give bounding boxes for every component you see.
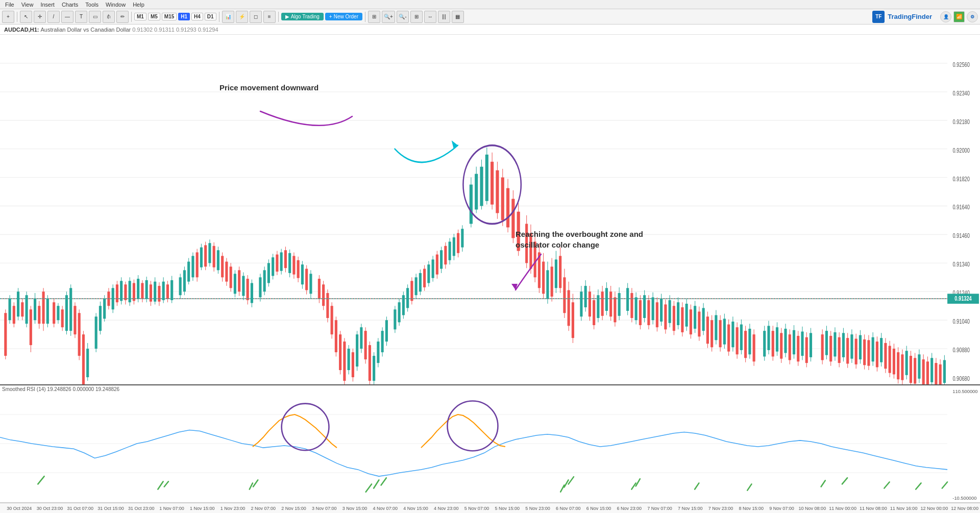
tf-h4[interactable]: H4 — [191, 13, 203, 20]
tf-m1[interactable]: M1 — [134, 13, 146, 20]
menu-tools[interactable]: Tools — [82, 0, 102, 9]
autoscroll-btn[interactable]: ↔ — [424, 11, 436, 23]
time-label-5: 1 Nov 07:00 — [157, 506, 187, 511]
svg-rect-0 — [0, 35, 980, 384]
new-chart-btn[interactable]: + — [2, 11, 14, 23]
rect-btn[interactable]: ▭ — [89, 11, 101, 23]
cursor-btn[interactable]: ↖ — [20, 11, 32, 23]
svg-text:0.92340: 0.92340 — [952, 89, 970, 96]
menu-view[interactable]: View — [18, 0, 37, 9]
time-label-18: 6 Nov 07:00 — [553, 506, 584, 511]
templates-btn[interactable]: ≡ — [263, 11, 276, 23]
osc-label: Smoothed RSI (14) 19.248826 0.000000 19.… — [2, 386, 119, 392]
menu-charts[interactable]: Charts — [59, 0, 81, 9]
new-order-btn[interactable]: + New Order — [325, 13, 362, 20]
algo-icon: ▶ — [285, 14, 289, 19]
order-icon: + — [329, 14, 332, 19]
menu-insert[interactable]: Insert — [37, 0, 58, 9]
text-btn[interactable]: T — [75, 11, 87, 23]
time-label-26: 10 Nov 08:00 — [797, 506, 828, 511]
time-label-12: 4 Nov 07:00 — [370, 506, 401, 511]
hline-btn[interactable]: — — [61, 11, 74, 23]
zoom-fit-btn[interactable]: ⊞ — [368, 11, 380, 23]
grid-btn[interactable]: ⊞ — [410, 11, 423, 23]
osc-label-text: Smoothed RSI (14) 19.248826 0.000000 19.… — [2, 386, 119, 392]
time-label-31: 12 Nov 08:00 — [949, 506, 980, 511]
chart-type-btn[interactable]: 📊 — [222, 11, 234, 23]
svg-text:0.92000: 0.92000 — [952, 146, 970, 154]
logo-text: TradingFinder — [888, 13, 932, 20]
svg-text:0.91460: 0.91460 — [952, 232, 970, 239]
volume-btn[interactable]: ▦ — [452, 11, 464, 23]
time-label-4: 31 Oct 23:00 — [126, 506, 157, 511]
tradingfinder-logo: TF TradingFinder 👤 📶 ⚙ — [872, 11, 978, 23]
tf-h1[interactable]: H1 — [178, 13, 190, 20]
tf-m15[interactable]: M15 — [162, 13, 177, 20]
time-label-9: 2 Nov 15:00 — [279, 506, 309, 511]
menu-window[interactable]: Window — [103, 0, 129, 9]
time-label-21: 7 Nov 07:00 — [645, 506, 675, 511]
sep1 — [17, 12, 17, 22]
crosshair-btn[interactable]: ✛ — [34, 11, 46, 23]
chart-header: AUDCAD,H1: Australian Dollar vs Canadian… — [0, 25, 980, 35]
svg-text:110.500000: 110.500000 — [952, 389, 977, 394]
draw-btn[interactable]: ✏ — [116, 11, 129, 23]
time-label-3: 31 Oct 15:00 — [95, 506, 126, 511]
time-label-6: 1 Nov 15:00 — [187, 506, 218, 511]
svg-text:0.91340: 0.91340 — [952, 261, 970, 268]
chart-description: Australian Dollar vs Canadian Dollar — [41, 27, 131, 33]
svg-text:0.91820: 0.91820 — [952, 175, 970, 182]
chart-ohlc: 0.91302 0.91311 0.91293 0.91294 — [132, 27, 218, 33]
time-label-30: 12 Nov 00:00 — [919, 506, 950, 511]
time-label-0: 30 Oct 2024 — [4, 506, 35, 511]
tf-d1[interactable]: D1 — [205, 13, 216, 20]
order-label: New Order — [334, 14, 358, 19]
objects-btn[interactable]: ◻ — [250, 11, 262, 23]
signal-btn[interactable]: 📶 — [953, 11, 965, 22]
period-sep-btn[interactable]: ||| — [438, 11, 450, 23]
svg-text:0.91324: 0.91324 — [954, 295, 972, 302]
oscillator-chart[interactable]: Smoothed RSI (14) 19.248826 0.000000 19.… — [0, 385, 980, 503]
time-label-19: 6 Nov 15:00 — [583, 506, 614, 511]
zoom-out-btn[interactable]: 🔍- — [397, 11, 409, 23]
sep2 — [131, 12, 132, 22]
time-label-10: 3 Nov 07:00 — [309, 506, 340, 511]
time-label-27: 11 Nov 00:00 — [827, 506, 858, 511]
tf-m5[interactable]: M5 — [148, 13, 160, 20]
time-label-14: 4 Nov 23:00 — [431, 506, 462, 511]
indicators-btn[interactable]: ⚡ — [236, 11, 248, 23]
main-chart-svg: 0.92560 0.92340 0.92180 0.92000 0.91820 … — [0, 35, 980, 384]
time-label-17: 5 Nov 23:00 — [523, 506, 553, 511]
time-label-7: 1 Nov 23:00 — [217, 506, 248, 511]
chart-symbol: AUDCAD,H1: — [4, 27, 39, 33]
zoom-in-btn[interactable]: 🔍+ — [382, 11, 395, 23]
main-chart[interactable]: 0.92560 0.92340 0.92180 0.92000 0.91820 … — [0, 35, 980, 385]
toolbar: + ↖ ✛ / — T ▭ ⫛ ✏ M1 M5 M15 H1 H4 D1 📊 ⚡… — [0, 9, 980, 25]
menu-bar: File View Insert Charts Tools Window Hel… — [0, 0, 980, 9]
time-label-8: 2 Nov 07:00 — [248, 506, 279, 511]
time-label-25: 9 Nov 07:00 — [767, 506, 797, 511]
time-label-11: 3 Nov 15:00 — [339, 506, 370, 511]
menu-help[interactable]: Help — [130, 0, 148, 9]
line-btn[interactable]: / — [47, 11, 60, 23]
time-label-16: 5 Nov 15:00 — [492, 506, 523, 511]
logo-icon: TF — [872, 11, 885, 23]
time-label-28: 11 Nov 08:00 — [858, 506, 889, 511]
time-label-29: 11 Nov 16:00 — [889, 506, 919, 511]
oscillator-svg: 110.500000 -10.500000 — [0, 385, 980, 502]
svg-text:-10.500000: -10.500000 — [952, 496, 976, 501]
settings-btn[interactable]: ⚙ — [967, 11, 978, 22]
svg-text:0.92560: 0.92560 — [952, 61, 970, 68]
svg-text:0.91640: 0.91640 — [952, 204, 970, 211]
svg-text:0.90880: 0.90880 — [952, 347, 970, 354]
algo-trading-btn[interactable]: ▶ Algo Trading — [281, 13, 324, 20]
sep5 — [365, 12, 365, 22]
chart-container: 0.92560 0.92340 0.92180 0.92000 0.91820 … — [0, 35, 980, 503]
menu-file[interactable]: File — [2, 0, 17, 9]
time-label-1: 30 Oct 23:00 — [35, 506, 65, 511]
time-label-2: 31 Oct 07:00 — [65, 506, 96, 511]
profile-btn[interactable]: 👤 — [940, 11, 951, 22]
sep3 — [219, 12, 219, 22]
fib-btn[interactable]: ⫛ — [103, 11, 115, 23]
time-axis: 30 Oct 2024 30 Oct 23:00 31 Oct 07:00 31… — [0, 503, 980, 513]
